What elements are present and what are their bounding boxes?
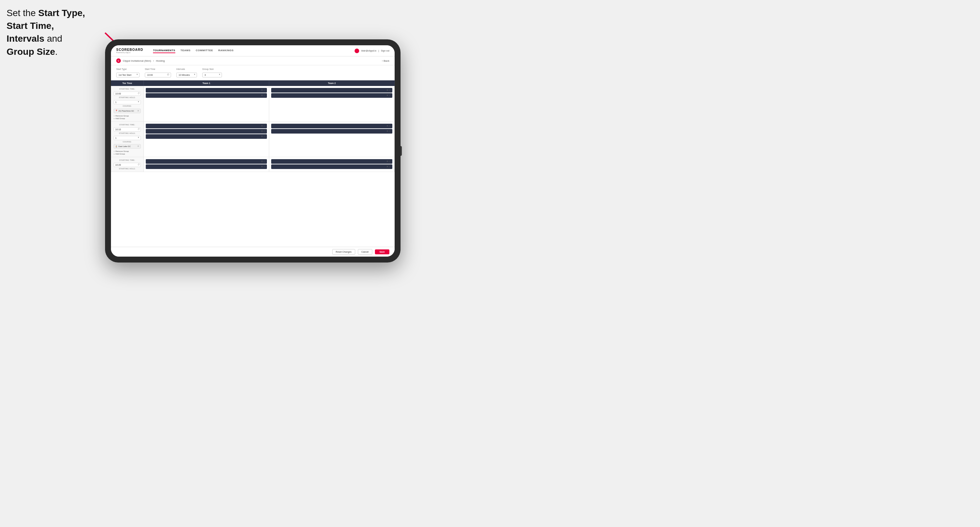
close-icon-6-1[interactable]: ✕ ○	[387, 160, 390, 163]
team-cells-1: ✕ ○ ✕ ○ ✕ ○ ✕ ○	[144, 86, 395, 121]
cancel-button[interactable]: Cancel	[358, 249, 372, 255]
save-button[interactable]: Save	[375, 249, 389, 254]
intervals-label: Intervals	[176, 68, 197, 70]
breadcrumb: C Clippd Invitational (Men) › Hosting	[116, 59, 165, 63]
remove-group-btn-2[interactable]: ○ Remove Group	[114, 150, 141, 152]
course-remove-1[interactable]: ✕	[137, 110, 139, 112]
start-type-select-wrap[interactable]: 1st Tee Start Shotgun Start	[116, 71, 140, 78]
nav-rankings[interactable]: RANKINGS	[218, 48, 234, 53]
add-group-btn-2[interactable]: + Add Group	[114, 153, 141, 155]
intervals-select-wrap[interactable]: 10 Minutes 8 Minutes 12 Minutes	[176, 71, 197, 78]
th-tee-time: Tee Time	[111, 80, 144, 86]
starting-time-input-2[interactable]	[114, 127, 141, 132]
team-cells-2: ✕ ○ ✕ ○ ✕ ○ ✕ ○ ✕	[144, 122, 395, 157]
close-icon-4-1[interactable]: ✕ ○	[387, 125, 390, 127]
close-icon-3-2[interactable]: ✕ ○	[261, 130, 265, 133]
start-type-label: Start Type	[116, 68, 140, 70]
starting-hole-select-1[interactable]: 110	[114, 100, 141, 104]
breadcrumb-separator: ›	[153, 59, 154, 62]
tee-group-3: STARTING TIME: ⏱ STARTING HOLE: ✕ ○ ✕ ○	[111, 157, 395, 172]
close-icon-3-1[interactable]: ✕ ○	[261, 125, 265, 127]
tee-info-2: STARTING TIME: ⏱ STARTING HOLE: 110 COU	[111, 122, 144, 157]
clock-icon: ⏱	[167, 73, 169, 76]
intervals-select[interactable]: 10 Minutes 8 Minutes 12 Minutes	[176, 73, 197, 78]
team1-cell-2: ✕ ○ ✕ ○ ✕ ○	[144, 122, 269, 157]
remove-circle-icon-1: ○	[114, 115, 115, 117]
course-remove-2[interactable]: ✕	[137, 145, 139, 148]
logo-text: SCOREBOARD	[116, 48, 143, 51]
player-row-5-2: ✕ ○	[146, 164, 267, 169]
close-icon-3-3[interactable]: ✕ ○	[261, 135, 265, 138]
org-icon: C	[116, 59, 121, 63]
close-icon-1-2[interactable]: ✕ ○	[261, 94, 265, 97]
team2-cell-2: ✕ ○ ✕ ○	[269, 122, 395, 157]
starting-time-input-1[interactable]	[114, 92, 141, 96]
course-name-1: (A) Peachtree GC	[119, 110, 134, 112]
team-cells-3: ✕ ○ ✕ ○ ✕ ○ ✕ ○	[144, 157, 395, 171]
starting-time-value-3: ⏱	[114, 161, 141, 168]
reset-changes-button[interactable]: Reset Changes	[332, 249, 355, 255]
close-icon-2-2[interactable]: ✕ ○	[387, 94, 390, 97]
player-row-4-1: ✕ ○	[271, 124, 392, 128]
remove-group-btn-1[interactable]: ○ Remove Group	[114, 115, 141, 117]
add-icon-2: +	[114, 153, 115, 155]
player-row-5-1: ✕ ○	[146, 159, 267, 164]
close-icon-2-1[interactable]: ✕ ○	[387, 89, 390, 92]
close-icon-4-2[interactable]: ✕ ○	[387, 130, 390, 133]
course-tag-1: 📍 (A) Peachtree GC ✕	[114, 109, 141, 113]
tee-actions-1: ○ Remove Group + Add Group	[114, 115, 141, 119]
th-team2: Team 2	[269, 80, 395, 86]
starting-hole-select-2[interactable]: 110	[114, 136, 141, 140]
player-row-6-1: ✕ ○	[271, 159, 392, 164]
sign-out-link[interactable]: Sign out	[381, 49, 389, 52]
tablet-side-button	[401, 146, 402, 156]
start-time-field: Start Time ⏱	[145, 68, 171, 78]
logo: SCOREBOARD Powered by clipp.io	[116, 48, 143, 54]
player-row-1-1: ✕ ○	[146, 88, 267, 92]
tee-info-1: STARTING TIME: ⏱ STARTING HOLE: 110 COU	[111, 86, 144, 121]
th-team1: Team 1	[144, 80, 269, 86]
user-email: blair@clippd.io	[361, 49, 376, 52]
close-icon-6-2[interactable]: ✕ ○	[387, 165, 390, 168]
player-row-2-2: ✕ ○	[271, 93, 392, 98]
start-time-input-wrap: ⏱	[145, 71, 171, 78]
player-row-1-2: ✕ ○	[146, 93, 267, 98]
close-icon-5-1[interactable]: ✕ ○	[261, 160, 265, 163]
add-group-btn-1[interactable]: + Add Group	[114, 117, 141, 119]
nav-teams[interactable]: TEAMS	[181, 48, 191, 53]
starting-hole-value-1: 110	[114, 98, 141, 105]
navigation-bar: SCOREBOARD Powered by clipp.io TOURNAMEN…	[111, 45, 395, 56]
remove-circle-icon-2: ○	[114, 150, 115, 152]
instruction-text: Set the Start Type, Start Time, Interval…	[6, 6, 105, 58]
table-header: Tee Time Team 1 Team 2	[111, 80, 395, 86]
group-size-label: Group Size	[202, 68, 222, 70]
table-body: STARTING TIME: ⏱ STARTING HOLE: 110 COU	[111, 86, 395, 247]
player-row-2-1: ✕ ○	[271, 88, 392, 92]
player-row-4-2: ✕ ○	[271, 129, 392, 133]
nav-tournaments[interactable]: TOURNAMENTS	[153, 48, 175, 53]
close-icon-1-1[interactable]: ✕ ○	[261, 89, 265, 92]
course-label-2: COURSE:	[114, 141, 141, 143]
start-type-select[interactable]: 1st Tee Start Shotgun Start	[116, 73, 140, 78]
player-row-6-2: ✕ ○	[271, 164, 392, 169]
nav-links: TOURNAMENTS TEAMS COMMITTEE RANKINGS	[153, 48, 348, 53]
org-name[interactable]: Clippd Invitational (Men)	[123, 59, 151, 62]
starting-time-value-1: ⏱	[114, 90, 141, 97]
course-icon-1: 📍	[115, 110, 118, 112]
nav-committee[interactable]: COMMITTEE	[196, 48, 213, 53]
nav-separator: |	[378, 49, 379, 52]
close-icon-5-2[interactable]: ✕ ○	[261, 165, 265, 168]
team1-cell-1: ✕ ○ ✕ ○	[144, 86, 269, 121]
start-type-field: Start Type 1st Tee Start Shotgun Start	[116, 68, 140, 78]
starting-time-input-3[interactable]	[114, 163, 141, 167]
team1-cell-3: ✕ ○ ✕ ○	[144, 157, 269, 171]
tee-actions-2: ○ Remove Group + Add Group	[114, 150, 141, 155]
course-name-2: East Lake GC	[119, 145, 130, 147]
back-button[interactable]: ‹ Back	[382, 59, 389, 62]
group-size-select-wrap[interactable]: 3 4 2	[202, 71, 222, 78]
time-icon-2: ⏱	[138, 128, 140, 130]
tablet-screen: SCOREBOARD Powered by clipp.io TOURNAMEN…	[111, 45, 395, 257]
group-size-select[interactable]: 3 4 2	[202, 73, 222, 78]
settings-row: Start Type 1st Tee Start Shotgun Start S…	[111, 65, 395, 80]
breadcrumb-section[interactable]: Hosting	[156, 59, 165, 62]
